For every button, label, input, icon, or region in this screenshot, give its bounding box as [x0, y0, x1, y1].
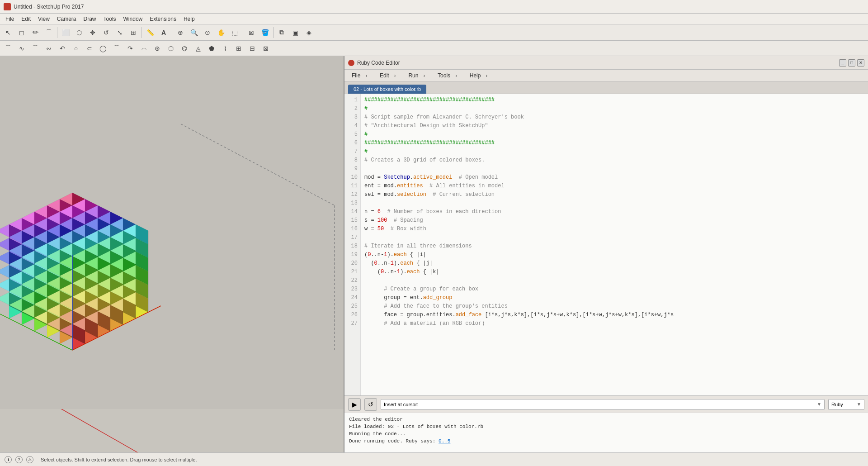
- editor-tab-active[interactable]: 02 - Lots of boxes with color.rb: [348, 85, 426, 94]
- tool-zoom[interactable]: 🔍: [188, 26, 200, 39]
- tool2-1[interactable]: ⌒: [2, 42, 14, 55]
- tool-eraser[interactable]: ◻: [15, 26, 28, 39]
- tool2-9[interactable]: ⌒: [110, 42, 123, 55]
- editor-menu-bar: File › Edit › Run › Tools › Help ›: [344, 70, 868, 81]
- tool2-16[interactable]: ⬟: [205, 42, 218, 55]
- insert-at-cursor-field[interactable]: Insert at cursor: ▼: [381, 399, 825, 410]
- tool-pencil[interactable]: ✏: [29, 26, 42, 39]
- tool-pan[interactable]: ✋: [215, 26, 227, 39]
- edit-arrow: ›: [391, 72, 399, 79]
- tool-comp[interactable]: ⧉: [275, 26, 288, 39]
- editor-menu-tools[interactable]: Tools ›: [434, 71, 464, 80]
- status-icons: ℹ ? ⚠: [5, 456, 33, 463]
- toolbar-sep-5: [273, 27, 274, 38]
- code-content[interactable]: ########################################…: [361, 94, 868, 395]
- tool-select[interactable]: ↖: [2, 26, 14, 39]
- menu-window[interactable]: Window: [120, 15, 146, 23]
- toolbar-sep-4: [243, 27, 243, 38]
- editor-menu-help[interactable]: Help ›: [466, 71, 495, 80]
- tool2-14[interactable]: ⌬: [178, 42, 191, 55]
- tool2-4[interactable]: ∾: [42, 42, 55, 55]
- output-prefix: Done running code. Ruby says:: [349, 438, 439, 444]
- tool2-2[interactable]: ∿: [15, 42, 28, 55]
- menu-help[interactable]: Help: [180, 15, 198, 23]
- run-arrow: ›: [420, 72, 429, 79]
- status-icon-warning[interactable]: ⚠: [26, 456, 33, 463]
- undo-button[interactable]: ↺: [364, 398, 377, 411]
- editor-close-btn[interactable]: ✕: [857, 59, 864, 67]
- tool-solid[interactable]: ◈: [302, 26, 315, 39]
- tool2-13[interactable]: ⬡: [165, 42, 177, 55]
- editor-bottom-toolbar: ▶ ↺ Insert at cursor: ▼ Ruby ▼: [344, 395, 868, 413]
- tool2-7[interactable]: ⊂: [83, 42, 96, 55]
- editor-menu-run[interactable]: Run ›: [405, 71, 432, 80]
- code-area[interactable]: 1234567891011121314151617181920212223242…: [344, 94, 868, 395]
- tools-arrow: ›: [452, 72, 460, 79]
- editor-title-bar: Ruby Code Editor _ □ ✕: [344, 56, 868, 70]
- tool-group[interactable]: ▣: [289, 26, 302, 39]
- editor-minimize-btn[interactable]: _: [839, 59, 846, 67]
- tool2-6[interactable]: ○: [70, 42, 82, 55]
- app-title-bar: Untitled - SketchUp Pro 2017: [0, 0, 868, 14]
- tool-move[interactable]: ✥: [86, 26, 99, 39]
- tool-pushpull[interactable]: ⬡: [73, 26, 85, 39]
- status-icon-info[interactable]: ℹ: [5, 456, 12, 463]
- toolbar-1: ↖ ◻ ✏ ⌒ ⬜ ⬡ ✥ ↺ ⤡ ⊞ 📏 A ⊕ 🔍 ⊙ ✋ ⬚ ⊠ 🪣 ⧉ …: [0, 24, 868, 41]
- tool-arc[interactable]: ⌒: [42, 26, 55, 39]
- menu-file[interactable]: File: [2, 15, 18, 23]
- editor-window-controls: _ □ ✕: [839, 59, 864, 67]
- ruby-icon: [348, 60, 354, 66]
- toolbar-sep-2: [142, 27, 142, 38]
- main-menu-bar: File Edit View Camera Draw Tools Window …: [0, 14, 868, 24]
- menu-tools[interactable]: Tools: [100, 15, 120, 23]
- editor-menu-edit[interactable]: Edit ›: [376, 71, 403, 80]
- status-icon-help[interactable]: ?: [15, 456, 23, 463]
- tool2-19[interactable]: ⊟: [246, 42, 259, 55]
- tool2-20[interactable]: ⊠: [259, 42, 272, 55]
- tool-rotate[interactable]: ↺: [100, 26, 113, 39]
- tool2-10[interactable]: ↷: [124, 42, 137, 55]
- tool2-5[interactable]: ↶: [56, 42, 69, 55]
- tool-offset[interactable]: ⊞: [127, 26, 140, 39]
- line-numbers: 1234567891011121314151617181920212223242…: [344, 94, 361, 395]
- output-link[interactable]: 0..5: [439, 438, 450, 444]
- insert-dropdown-arrow[interactable]: ▼: [817, 402, 821, 407]
- tool-text[interactable]: A: [157, 26, 170, 39]
- toolbar-sep-3: [172, 27, 172, 38]
- tool-axes[interactable]: ⊕: [174, 26, 187, 39]
- tool-scale[interactable]: ⤡: [113, 26, 126, 39]
- tool2-11[interactable]: ⌓: [137, 42, 150, 55]
- tool-orbit[interactable]: ⊙: [201, 26, 214, 39]
- menu-edit[interactable]: Edit: [18, 15, 34, 23]
- app-icon: [4, 3, 11, 10]
- tool-zoom-ext[interactable]: ⬚: [228, 26, 241, 39]
- file-arrow: ›: [362, 72, 371, 79]
- toolbar-2: ⌒ ∿ ⌒ ∾ ↶ ○ ⊂ ◯ ⌒ ↷ ⌓ ⊛ ⬡ ⌬ ◬ ⬟ ⌇ ⊞ ⊟ ⊠: [0, 41, 868, 56]
- sketchup-viewport[interactable]: .c-top { opacity: 1; } .c-left { opacity…: [0, 56, 344, 452]
- language-selector[interactable]: Ruby ▼: [828, 399, 864, 410]
- editor-title-left: Ruby Code Editor: [348, 60, 400, 66]
- tool-shape[interactable]: ⬜: [59, 26, 72, 39]
- app-title: Untitled - SketchUp Pro 2017: [14, 4, 84, 10]
- output-line-1: Cleared the editor: [349, 416, 863, 423]
- tool-paint[interactable]: 🪣: [259, 26, 271, 39]
- run-button[interactable]: ▶: [348, 398, 361, 411]
- tool2-8[interactable]: ◯: [97, 42, 109, 55]
- tool-section[interactable]: ⊠: [245, 26, 258, 39]
- tool2-3[interactable]: ⌒: [29, 42, 42, 55]
- menu-draw[interactable]: Draw: [80, 15, 100, 23]
- lang-dropdown-arrow[interactable]: ▼: [857, 402, 861, 407]
- tool2-17[interactable]: ⌇: [219, 42, 231, 55]
- editor-title-text: Ruby Code Editor: [357, 60, 400, 66]
- editor-restore-btn[interactable]: □: [848, 59, 855, 67]
- tool2-12[interactable]: ⊛: [151, 42, 164, 55]
- menu-extensions[interactable]: Extensions: [146, 15, 180, 23]
- tool2-15[interactable]: ◬: [192, 42, 204, 55]
- menu-view[interactable]: View: [34, 15, 53, 23]
- menu-camera[interactable]: Camera: [53, 15, 80, 23]
- tool2-18[interactable]: ⊞: [232, 42, 245, 55]
- editor-menu-file[interactable]: File ›: [348, 71, 374, 80]
- toolbar-sep-1: [57, 27, 57, 38]
- tool-tape[interactable]: 📏: [144, 26, 156, 39]
- editor-tab-bar: 02 - Lots of boxes with color.rb: [344, 81, 868, 94]
